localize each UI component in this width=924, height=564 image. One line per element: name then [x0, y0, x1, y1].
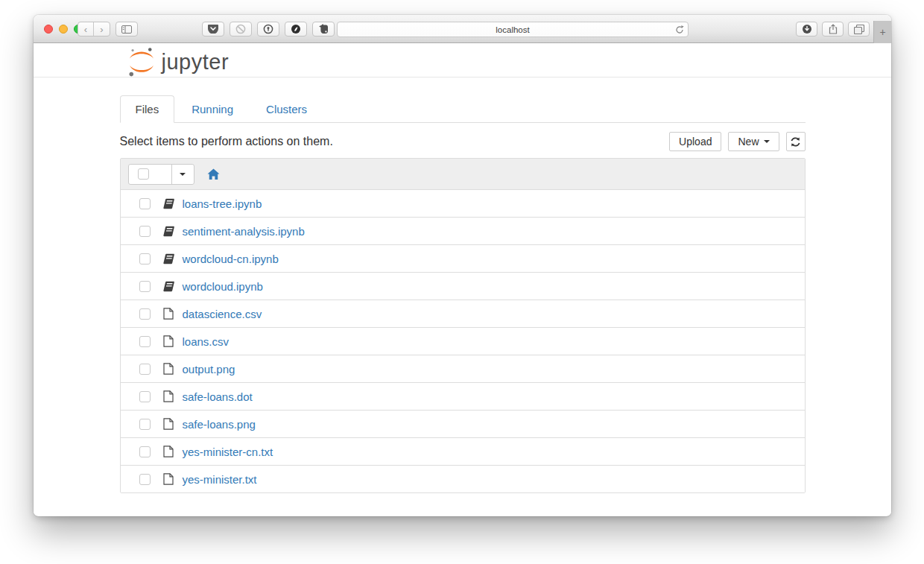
- jupyter-logo: [126, 46, 157, 77]
- action-row: Select items to perform actions on them.…: [120, 132, 806, 151]
- file-checkbox[interactable]: [139, 391, 151, 402]
- downloads-icon: [802, 24, 812, 34]
- file-rows: loans-tree.ipynb sentiment-analysis.ipyn…: [121, 189, 805, 492]
- address-bar[interactable]: localhost: [337, 22, 689, 37]
- jupyter-logo-link[interactable]: jupyter: [120, 43, 806, 77]
- sidebar-icon: [121, 25, 132, 34]
- reload-button[interactable]: [675, 25, 684, 34]
- select-all-cell: [129, 165, 172, 184]
- file-link[interactable]: wordcloud.ipynb: [183, 280, 263, 293]
- notebook-icon: [163, 281, 175, 292]
- back-button[interactable]: ‹: [78, 22, 94, 36]
- file-link[interactable]: safe-loans.dot: [183, 390, 253, 403]
- file-link[interactable]: loans-tree.ipynb: [183, 197, 262, 210]
- tab-running[interactable]: Running: [176, 95, 249, 122]
- file-icon: [163, 418, 174, 430]
- file-row: safe-loans.png: [121, 410, 805, 437]
- select-dropdown-button[interactable]: [172, 165, 194, 184]
- dashboard-tabs: Files Running Clusters: [120, 95, 806, 123]
- forward-icon: ›: [100, 25, 103, 34]
- sidebar-toggle-button[interactable]: [116, 22, 138, 37]
- notebook-icon: [163, 198, 175, 209]
- tab-overview-icon: [854, 25, 864, 34]
- notebook-icon: [163, 226, 175, 237]
- caret-down-icon: [764, 140, 770, 143]
- file-icon: [163, 446, 174, 457]
- blocked-extension-button[interactable]: [230, 22, 252, 37]
- file-checkbox[interactable]: [139, 474, 151, 485]
- file-link[interactable]: sentiment-analysis.ipynb: [183, 225, 305, 238]
- adblock-icon: [291, 24, 301, 34]
- file-row: loans-tree.ipynb: [121, 189, 805, 217]
- adblock-extension-button[interactable]: [285, 22, 307, 37]
- back-icon: ‹: [84, 25, 87, 34]
- tab-clusters[interactable]: Clusters: [250, 95, 323, 122]
- tab-overview-button[interactable]: [848, 22, 870, 37]
- file-link[interactable]: yes-minister.txt: [183, 473, 257, 486]
- jupyter-dashboard: jupyter Files Running Clusters Select it…: [34, 43, 891, 516]
- file-row: yes-minister-cn.txt: [121, 437, 805, 465]
- file-row: safe-loans.dot: [121, 382, 805, 410]
- select-all-checkbox[interactable]: [138, 168, 149, 180]
- file-link[interactable]: loans.csv: [183, 335, 230, 348]
- onepassword-extension-button[interactable]: [257, 22, 279, 37]
- tab-files[interactable]: Files: [120, 95, 175, 123]
- home-breadcrumb-button[interactable]: [207, 168, 220, 180]
- share-icon: [829, 24, 838, 34]
- file-list-header: [121, 159, 805, 189]
- file-checkbox[interactable]: [139, 198, 151, 209]
- evernote-icon: [319, 24, 329, 34]
- file-link[interactable]: datascience.csv: [183, 308, 262, 320]
- plus-icon: +: [879, 26, 885, 38]
- share-button[interactable]: [822, 22, 844, 37]
- file-checkbox[interactable]: [139, 226, 151, 237]
- file-link[interactable]: output.png: [183, 363, 235, 376]
- file-checkbox[interactable]: [139, 308, 151, 320]
- upload-button[interactable]: Upload: [669, 132, 721, 151]
- refresh-icon: [790, 136, 801, 148]
- select-all-button-group: [128, 164, 194, 185]
- file-icon: [163, 363, 174, 375]
- new-tab-button[interactable]: +: [873, 21, 891, 43]
- file-link[interactable]: yes-minister-cn.txt: [183, 446, 273, 458]
- pocket-icon: [208, 25, 218, 34]
- file-checkbox[interactable]: [139, 364, 151, 375]
- select-items-message: Select items to perform actions on them.: [120, 135, 333, 148]
- file-checkbox[interactable]: [139, 281, 151, 292]
- jupyter-header: jupyter: [34, 43, 891, 77]
- new-button-label: New: [738, 136, 759, 148]
- file-row: wordcloud-cn.ipynb: [121, 244, 805, 272]
- minimize-window-button[interactable]: [59, 25, 68, 34]
- pocket-extension-button[interactable]: [202, 22, 224, 37]
- address-text: localhost: [496, 25, 529, 34]
- new-dropdown-button[interactable]: New: [728, 132, 779, 151]
- file-checkbox[interactable]: [139, 446, 151, 457]
- browser-toolbar: ‹ ›: [34, 15, 891, 43]
- notebook-icon: [163, 253, 175, 264]
- reload-icon: [675, 25, 684, 34]
- downloads-button[interactable]: [796, 22, 817, 37]
- file-checkbox[interactable]: [139, 419, 151, 430]
- file-row: sentiment-analysis.ipynb: [121, 217, 805, 244]
- file-row: loans.csv: [121, 327, 805, 355]
- evernote-extension-button[interactable]: [312, 22, 335, 37]
- file-checkbox[interactable]: [139, 336, 151, 347]
- refresh-button[interactable]: [786, 132, 806, 151]
- file-icon: [163, 390, 174, 402]
- file-link[interactable]: safe-loans.png: [183, 418, 256, 431]
- file-row: yes-minister.txt: [121, 465, 805, 492]
- upload-button-label: Upload: [679, 136, 712, 148]
- file-row: output.png: [121, 355, 805, 382]
- close-window-button[interactable]: [44, 25, 53, 34]
- caret-down-icon: [180, 173, 186, 176]
- file-checkbox[interactable]: [139, 253, 151, 264]
- file-icon: [163, 308, 174, 320]
- onepassword-icon: [263, 24, 273, 34]
- file-row: datascience.csv: [121, 300, 805, 327]
- forward-button[interactable]: ›: [94, 22, 110, 36]
- file-list: loans-tree.ipynb sentiment-analysis.ipyn…: [120, 158, 806, 493]
- file-row: wordcloud.ipynb: [121, 272, 805, 300]
- jupyter-logo-text: jupyter: [162, 50, 230, 75]
- file-link[interactable]: wordcloud-cn.ipynb: [183, 253, 279, 265]
- home-icon: [207, 168, 220, 180]
